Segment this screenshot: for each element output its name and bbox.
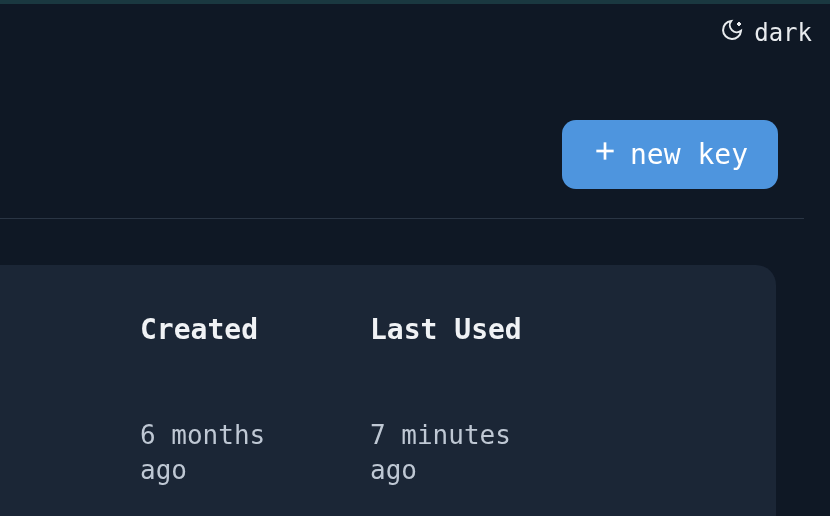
last-used-column: Last Used 7 minutes ago	[370, 313, 600, 488]
new-key-button-label: new key	[630, 138, 748, 171]
theme-label: dark	[754, 19, 812, 47]
moon-icon	[720, 18, 744, 48]
keys-card: Created 6 months ago Last Used 7 minutes…	[0, 265, 776, 516]
section-divider	[0, 218, 804, 219]
new-key-button[interactable]: new key	[562, 120, 778, 189]
created-value: 6 months ago	[140, 418, 300, 488]
last-used-value: 7 minutes ago	[370, 418, 530, 488]
plus-icon	[592, 138, 618, 171]
created-column: Created 6 months ago	[140, 313, 370, 488]
last-used-header: Last Used	[370, 313, 600, 346]
top-accent-bar	[0, 0, 830, 4]
theme-toggle[interactable]: dark	[720, 18, 812, 48]
created-header: Created	[140, 313, 370, 346]
